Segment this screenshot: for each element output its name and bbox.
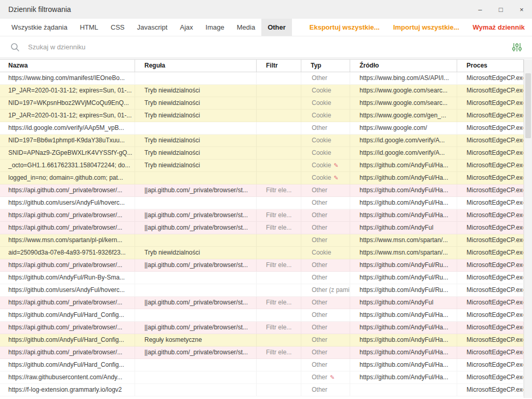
cell-rule: ||api.github.com/_private/browser/st... [135,322,257,334]
table-row[interactable]: https://api.github.com/_private/browser/… [0,184,524,197]
table-row[interactable]: https://github.com/AndyFul/Hard_Config..… [0,309,524,322]
table-row[interactable]: https://id.google.com/verify/AAp5M_vpB..… [0,122,524,135]
table-row[interactable]: https://api.github.com/_private/browser/… [0,347,524,359]
table-row[interactable]: https://api.github.com/_private/browser/… [0,322,524,334]
cell-source: https://github.com/AndyFul/Ha... [350,197,457,209]
cell-type: Other [301,72,350,84]
cell-filter [257,371,301,383]
cell-process: MicrosoftEdgeCP.exe [457,359,524,371]
search-icon [8,41,22,54]
maximize-icon[interactable]: □ [490,0,511,19]
table-row[interactable]: https://github.com/AndyFul/Run-By-Sma...… [0,272,524,284]
column-header-nazwa[interactable]: Nazwa [0,60,135,72]
cell-name: https://github.com/AndyFul/Run-By-Sma... [0,272,135,284]
table-row[interactable]: https://github.com/users/AndyFul/hoverc.… [0,197,524,209]
cell-process: MicrosoftEdgeCP.exe [457,209,524,221]
cell-filter: Filtr ele... [257,347,301,358]
cell-process: MicrosoftEdgeCP.exe [457,259,524,271]
table-body: https://www.bing.com/manifest/IEOneBo...… [0,72,524,396]
column-header-proces[interactable]: Proces [457,60,524,72]
column-header-typ[interactable]: Typ [301,60,350,72]
table-row[interactable]: https://www.msn.com/spartan/pl-pl/kern..… [0,234,524,247]
import-all-button[interactable]: Importuj wszystkie... [393,23,459,31]
table-row[interactable]: aid=25090d3a-07e8-4a93-9751-9326f23...Tr… [0,247,524,259]
table-row[interactable]: https://api.github.com/_private/browser/… [0,259,524,272]
cell-process: MicrosoftEdgeCP.exe [457,197,524,209]
tab-other[interactable]: Other [261,19,292,36]
column-header-reguła[interactable]: Reguła [135,60,257,72]
tab-media[interactable]: Media [231,19,261,36]
table-row[interactable]: NID=197=WKpsnHboz2WVjMCoQu9EnQ...Tryb ni… [0,97,524,110]
filter-settings-icon[interactable] [510,41,524,54]
cell-type: Other [301,309,350,321]
cell-filter: Filtr ele... [257,322,301,334]
cell-filter [257,135,301,147]
column-header-źródło[interactable]: Źródło [350,60,457,72]
tab-ajax[interactable]: Ajax [174,19,199,36]
cell-type: Other [301,259,350,271]
tab-wszystkie-żądania[interactable]: Wszystkie żądania [5,19,74,36]
cell-process: MicrosoftEdgeCP.exe [457,147,524,159]
cell-rule: Reguły kosmetyczne [135,334,257,346]
cell-process: MicrosoftEdgeCP.exe [457,297,524,309]
table-row[interactable]: SNID=APNaz9-ZGpeBWXLrK4VYSSfY-gQ...Tryb … [0,147,524,159]
clear-log-button[interactable]: Wymaż dziennik [473,23,525,31]
cell-source: https://www.google.com/searc... [350,97,457,109]
cell-name: NID=197=Bb6w1phmptl-K9daY38uTxuu... [0,135,135,147]
cell-type: Cookie [301,135,350,147]
cell-rule [135,384,257,396]
table-row[interactable]: https://github.com/AndyFul/Hard_Config..… [0,334,524,347]
table-row[interactable]: https://www.bing.com/manifest/IEOneBo...… [0,72,524,85]
search-input[interactable] [28,43,510,51]
cell-type: Other [301,209,350,221]
cell-type: Other [301,197,350,209]
search-bar [0,36,532,58]
filter-log-table: NazwaRegułaFiltrTypŹródłoProces https://… [0,59,532,398]
cell-name: https://www.bing.com/manifest/IEOneBo... [0,72,135,84]
cell-name: https://github.com/users/AndyFul/hoverc.… [0,284,135,296]
export-all-button[interactable]: Eksportuj wszystkie... [310,23,380,31]
table-row[interactable]: 1P_JAR=2020-01-31-12; expires=Sun, 01-..… [0,85,524,97]
cell-process: MicrosoftEdgeCP.exe [457,322,524,334]
cell-type: Other [301,334,350,346]
action-bar: Eksportuj wszystkie...Importuj wszystkie… [310,19,527,36]
close-icon[interactable]: × [511,0,532,19]
cell-filter: Filtr ele... [257,209,301,221]
tab-image[interactable]: Image [200,19,231,36]
table-row[interactable]: https://github.com/users/AndyFul/hoverc.… [0,284,524,297]
cell-source: https://github.com/AndyFul/Ha... [350,159,457,171]
cell-rule [135,72,257,84]
table-row[interactable]: NID=197=Bb6w1phmptl-K9daY38uTxuu...Tryb … [0,135,524,147]
table-row[interactable]: logged_in=no; domain=.github.com; pat...… [0,172,524,184]
cell-process: MicrosoftEdgeCP.exe [457,272,524,284]
cell-source: https://id.google.com/verify/A... [350,135,457,147]
cell-rule: ||api.github.com/_private/browser/st... [135,297,257,309]
table-row[interactable]: https://f-log-extension.grammarly.io/log… [0,384,524,396]
cell-source: https://github.com/AndyFul/Ha... [350,371,457,383]
cell-filter [257,284,301,296]
cell-process: MicrosoftEdgeCP.exe [457,371,524,383]
cell-type: Other [301,122,350,134]
scrollbar-thumb[interactable] [525,73,531,138]
cell-process: MicrosoftEdgeCP.exe [457,159,524,171]
cell-source: https://www.google.com/ [350,122,457,134]
table-row[interactable]: https://api.github.com/_private/browser/… [0,209,524,222]
table-row[interactable]: _octo=GH1.1.661762331.1580472244; do...T… [0,159,524,172]
table-row[interactable]: https://api.github.com/_private/browser/… [0,297,524,309]
table-row[interactable]: https://api.github.com/_private/browser/… [0,222,524,234]
table-row[interactable]: https://github.com/AndyFul/Hard_Config..… [0,359,524,371]
tab-css[interactable]: CSS [104,19,131,36]
tab-javascript[interactable]: Javascript [131,19,174,36]
table-row[interactable]: https://raw.githubusercontent.com/Andy..… [0,371,524,384]
column-header-filtr[interactable]: Filtr [257,60,301,72]
cell-process: MicrosoftEdgeCP.exe [457,110,524,122]
cell-filter [257,334,301,346]
cell-process: MicrosoftEdgeCP.exe [457,85,524,97]
table-row[interactable]: 1P_JAR=2020-01-31-12; expires=Sun, 01-..… [0,110,524,122]
vertical-scrollbar[interactable] [524,59,532,398]
minimize-icon[interactable]: – [470,0,490,19]
cell-process: MicrosoftEdgeCP.exe [457,384,524,396]
tab-html[interactable]: HTML [74,19,104,36]
cell-type: Other (z pami [301,284,350,296]
cell-source: https://github.com/AndyFul/Ha... [350,184,457,196]
